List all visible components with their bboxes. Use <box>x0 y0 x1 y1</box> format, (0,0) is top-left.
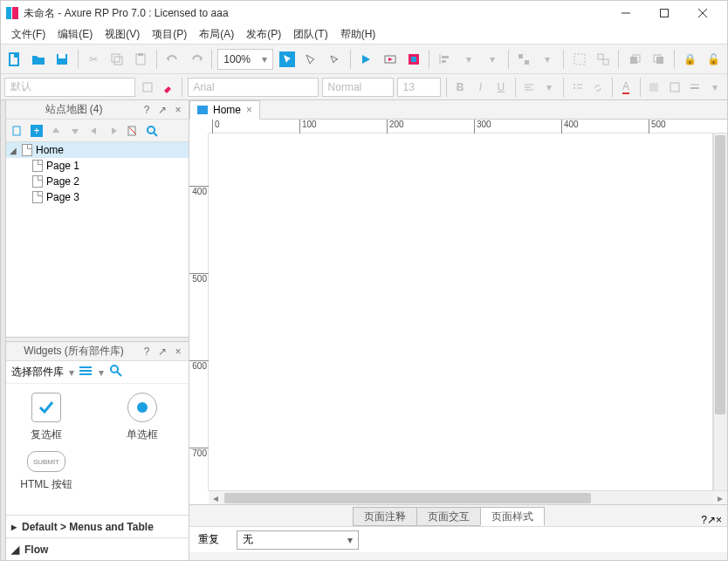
align-text-icon[interactable] <box>520 77 537 98</box>
valign-icon[interactable]: ▾ <box>541 77 558 98</box>
search-icon[interactable] <box>144 123 160 139</box>
tree-page-3[interactable]: Page 3 <box>6 189 189 205</box>
expand-icon[interactable]: ↗ <box>155 345 169 359</box>
add-page-icon[interactable] <box>10 123 25 139</box>
open-file-icon[interactable] <box>28 49 48 70</box>
back-icon[interactable] <box>649 49 669 70</box>
scroll-left-icon[interactable]: ◂ <box>209 492 223 504</box>
add-folder-icon[interactable]: + <box>29 123 45 139</box>
pointer2-icon[interactable] <box>300 49 320 70</box>
unlock-icon[interactable]: 🔓 <box>704 49 724 70</box>
menu-team[interactable]: 团队(T) <box>288 25 333 44</box>
menu-layout[interactable]: 布局(A) <box>194 25 239 44</box>
linewidth-icon[interactable] <box>686 77 703 98</box>
redo-icon[interactable] <box>186 49 206 70</box>
save-icon[interactable] <box>52 49 72 70</box>
align-left-group-icon[interactable] <box>435 49 455 70</box>
group-icon[interactable] <box>569 49 589 70</box>
menu-file[interactable]: 文件(F) <box>6 25 51 44</box>
tab-home[interactable]: Home × <box>189 100 260 120</box>
design-canvas[interactable] <box>209 133 713 490</box>
align-right-icon[interactable]: ▾ <box>483 49 503 70</box>
collapse-icon[interactable]: ◢ <box>10 146 18 155</box>
tab-page-notes[interactable]: 页面注释 <box>353 507 417 526</box>
close-tab-icon[interactable]: × <box>246 104 252 116</box>
menu-help[interactable]: 帮助(H) <box>335 25 381 44</box>
category-menus-table[interactable]: ▸ Default > Menus and Table <box>6 515 189 537</box>
link-icon[interactable] <box>589 77 606 98</box>
lock-icon[interactable]: 🔒 <box>680 49 700 70</box>
pointer3-icon[interactable] <box>325 49 345 70</box>
tab-page-interactions[interactable]: 页面交互 <box>416 507 481 526</box>
chevron-down-icon[interactable]: ▾ <box>69 366 74 379</box>
scroll-right-icon[interactable]: ▸ <box>713 492 727 504</box>
search-icon[interactable] <box>109 364 123 380</box>
select-tool-icon[interactable] <box>277 49 297 70</box>
repeat-select[interactable]: 无 ▾ <box>237 530 359 550</box>
undo-icon[interactable] <box>162 49 182 70</box>
style-select[interactable]: 默认 <box>4 78 135 97</box>
close-icon[interactable]: × <box>716 514 722 526</box>
help-icon[interactable]: ? <box>701 514 707 526</box>
zoom-select[interactable]: 100%▾ <box>217 49 273 70</box>
delete-page-icon[interactable] <box>125 123 141 139</box>
bold-icon[interactable]: B <box>451 77 468 98</box>
widget-checkbox[interactable]: 复选框 <box>11 393 81 442</box>
ungroup-icon[interactable] <box>593 49 613 70</box>
close-button[interactable] <box>683 1 722 25</box>
help-icon[interactable]: ? <box>140 345 154 359</box>
preview-icon[interactable] <box>356 49 376 70</box>
select-library-label[interactable]: 选择部件库 <box>11 365 64 380</box>
border-icon[interactable] <box>666 77 683 98</box>
underline-icon[interactable]: U <box>492 77 509 98</box>
fill-icon[interactable] <box>646 77 663 98</box>
menu-publish[interactable]: 发布(P) <box>241 25 286 44</box>
move-down-icon[interactable] <box>67 123 83 139</box>
expand-icon[interactable]: ↗ <box>707 514 716 526</box>
distribute1-icon[interactable] <box>514 49 534 70</box>
hamburger-icon[interactable] <box>79 366 93 379</box>
vertical-scrollbar[interactable] <box>713 133 727 490</box>
weight-select[interactable]: Normal <box>322 78 394 97</box>
category-flow[interactable]: ◢ Flow <box>6 537 189 560</box>
widget-radio[interactable]: 单选框 <box>107 393 177 442</box>
move-up-icon[interactable] <box>48 123 64 139</box>
tab-page-style[interactable]: 页面样式 <box>480 507 545 526</box>
outdent-icon[interactable] <box>86 123 102 139</box>
menu-view[interactable]: 视图(V) <box>100 25 145 44</box>
maximize-button[interactable] <box>645 1 683 25</box>
widget-html-button[interactable]: SUBMIT HTML 按钮 <box>11 451 81 492</box>
text-color-icon[interactable]: A <box>617 77 634 98</box>
copy-icon[interactable] <box>107 49 127 70</box>
distribute2-icon[interactable]: ▾ <box>538 49 558 70</box>
bullet-icon[interactable] <box>569 77 586 98</box>
linestyle-icon[interactable]: ▾ <box>707 77 724 98</box>
horizontal-scrollbar[interactable]: ◂ ▸ <box>209 490 727 504</box>
size-select[interactable]: 13 <box>397 78 441 97</box>
help-icon[interactable]: ? <box>140 103 154 117</box>
menu-project[interactable]: 项目(P) <box>147 25 192 44</box>
paint-icon[interactable] <box>159 77 175 98</box>
paste-icon[interactable] <box>131 49 151 70</box>
cut-icon[interactable]: ✂ <box>83 49 103 70</box>
chevron-down-icon[interactable]: ▾ <box>99 366 104 379</box>
indent-icon[interactable] <box>106 123 121 139</box>
publish1-icon[interactable] <box>380 49 400 70</box>
front-icon[interactable] <box>624 49 644 70</box>
close-icon[interactable]: × <box>171 103 185 117</box>
style-apply-icon[interactable] <box>139 77 155 98</box>
new-file-icon[interactable] <box>4 49 24 70</box>
expand-icon[interactable]: ↗ <box>155 103 169 117</box>
tree-page-2[interactable]: Page 2 <box>6 174 189 189</box>
publish2-icon[interactable] <box>403 49 423 70</box>
minimize-button[interactable] <box>607 1 645 25</box>
italic-icon[interactable]: I <box>472 77 489 98</box>
scrollbar-thumb[interactable] <box>715 135 725 414</box>
close-icon[interactable]: × <box>171 345 185 359</box>
tree-page-1[interactable]: Page 1 <box>6 158 189 174</box>
font-select[interactable]: Arial <box>188 78 319 97</box>
menu-edit[interactable]: 编辑(E) <box>52 25 98 44</box>
align-center-icon[interactable]: ▾ <box>458 49 478 70</box>
tree-home[interactable]: ◢ Home <box>6 142 189 158</box>
scrollbar-thumb[interactable] <box>224 493 591 503</box>
